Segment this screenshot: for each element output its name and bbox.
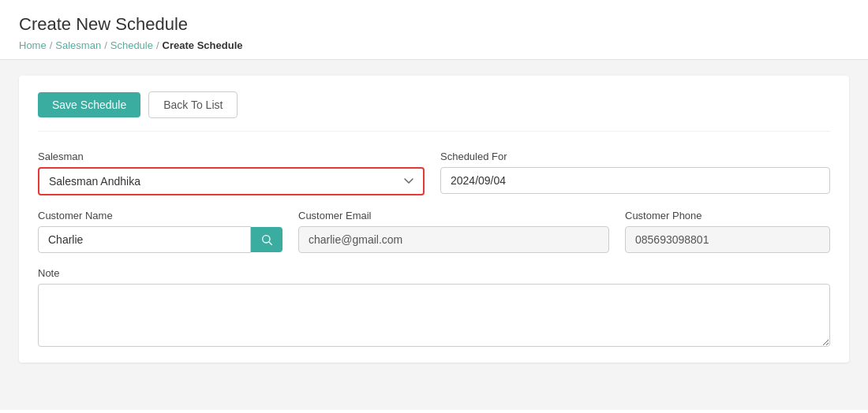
search-icon <box>260 233 273 246</box>
breadcrumb-sep-2: / <box>104 39 107 51</box>
customer-phone-label: Customer Phone <box>625 210 830 221</box>
breadcrumb: Home / Salesman / Schedule / Create Sche… <box>19 39 849 51</box>
back-to-list-button[interactable]: Back To List <box>148 91 238 118</box>
form-row-note: Note <box>38 267 830 347</box>
svg-point-0 <box>263 236 270 243</box>
customer-name-group: Customer Name <box>38 210 282 253</box>
salesman-select[interactable]: Salesman Andhika <box>38 167 425 195</box>
page-wrapper: Create New Schedule Home / Salesman / Sc… <box>0 0 868 413</box>
scheduled-for-label: Scheduled For <box>440 151 830 162</box>
svg-line-1 <box>269 242 272 245</box>
note-label: Note <box>38 267 830 279</box>
salesman-group: Salesman Salesman Andhika <box>38 151 425 195</box>
form-row-customer: Customer Name Customer <box>38 210 830 253</box>
breadcrumb-sep-1: / <box>50 39 53 51</box>
breadcrumb-sep-3: / <box>156 39 159 51</box>
breadcrumb-schedule[interactable]: Schedule <box>110 39 153 51</box>
toolbar: Save Schedule Back To List <box>38 91 830 132</box>
page-title: Create New Schedule <box>19 14 849 35</box>
salesman-label: Salesman <box>38 151 425 162</box>
breadcrumb-home[interactable]: Home <box>19 39 47 51</box>
customer-email-group: Customer Email <box>298 210 609 253</box>
customer-email-label: Customer Email <box>298 210 609 221</box>
customer-name-label: Customer Name <box>38 210 282 221</box>
customer-email-input[interactable] <box>298 226 609 253</box>
customer-phone-group: Customer Phone <box>625 210 830 253</box>
customer-name-input[interactable] <box>38 226 251 253</box>
customer-phone-input[interactable] <box>625 226 830 253</box>
content-area: Save Schedule Back To List Salesman Sale… <box>0 60 868 410</box>
form-row-salesman: Salesman Salesman Andhika Scheduled For <box>38 151 830 195</box>
customer-search-button[interactable] <box>251 227 282 252</box>
note-textarea[interactable] <box>38 284 830 347</box>
breadcrumb-salesman[interactable]: Salesman <box>55 39 101 51</box>
scheduled-for-input[interactable] <box>440 167 830 194</box>
form-section: Salesman Salesman Andhika Scheduled For … <box>38 151 830 347</box>
save-schedule-button[interactable]: Save Schedule <box>38 92 140 117</box>
form-card: Save Schedule Back To List Salesman Sale… <box>19 76 849 363</box>
note-group: Note <box>38 267 830 347</box>
customer-name-input-wrapper <box>38 226 282 253</box>
breadcrumb-current: Create Schedule <box>163 39 243 51</box>
scheduled-for-group: Scheduled For <box>440 151 830 194</box>
page-header: Create New Schedule Home / Salesman / Sc… <box>0 0 868 60</box>
